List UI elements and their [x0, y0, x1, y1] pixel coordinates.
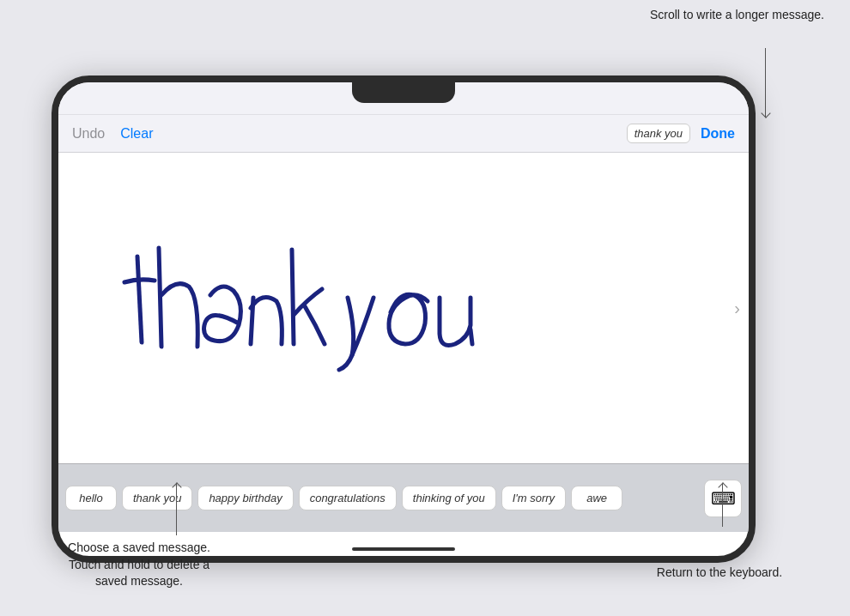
mute-switch	[52, 141, 53, 165]
message-preview: thank you	[627, 124, 690, 143]
suggestion-chip-thank-you[interactable]: thank you	[122, 486, 192, 510]
suggestion-chip-im-sorry[interactable]: I'm sorry	[501, 486, 566, 510]
toolbar-right-group: thank you Done	[627, 124, 735, 143]
suggestion-chip-thinking-of-you[interactable]: thinking of you	[402, 486, 496, 510]
handwriting-display	[112, 205, 695, 394]
done-button[interactable]: Done	[701, 126, 735, 142]
suggestion-chip-congratulations[interactable]: congratulations	[299, 486, 397, 510]
saved-message-annotation: Choose a saved message. Touch and hold t…	[53, 540, 225, 590]
phone-frame: Undo Clear thank you Done	[52, 75, 756, 563]
scroll-annotation-arrow	[765, 48, 766, 117]
side-button	[754, 185, 756, 228]
home-indicator	[352, 547, 455, 551]
suggestion-chip-awe[interactable]: awe	[571, 486, 622, 510]
keyboard-return-annotation-arrow	[722, 484, 723, 527]
scroll-annotation: Scroll to write a longer message.	[650, 7, 824, 24]
clear-button[interactable]: Clear	[120, 126, 153, 142]
phone-status-bar	[58, 82, 749, 115]
volume-down-button	[52, 207, 53, 237]
suggestion-chip-hello[interactable]: hello	[65, 486, 117, 510]
volume-up-button	[52, 168, 53, 198]
phone-notch	[352, 82, 455, 103]
handwriting-canvas[interactable]: ›	[58, 153, 749, 463]
saved-message-annotation-arrow	[176, 484, 177, 535]
suggestion-bar: hello thank you happy birthday congratul…	[58, 463, 749, 532]
suggestion-chip-happy-birthday[interactable]: happy birthday	[197, 486, 293, 510]
handwriting-toolbar: Undo Clear thank you Done	[58, 115, 749, 153]
undo-button[interactable]: Undo	[72, 126, 105, 142]
toolbar-left-group: Undo Clear	[72, 126, 153, 142]
scroll-right-arrow[interactable]: ›	[734, 299, 740, 318]
keyboard-return-annotation: Return to the keyboard.	[651, 565, 788, 582]
